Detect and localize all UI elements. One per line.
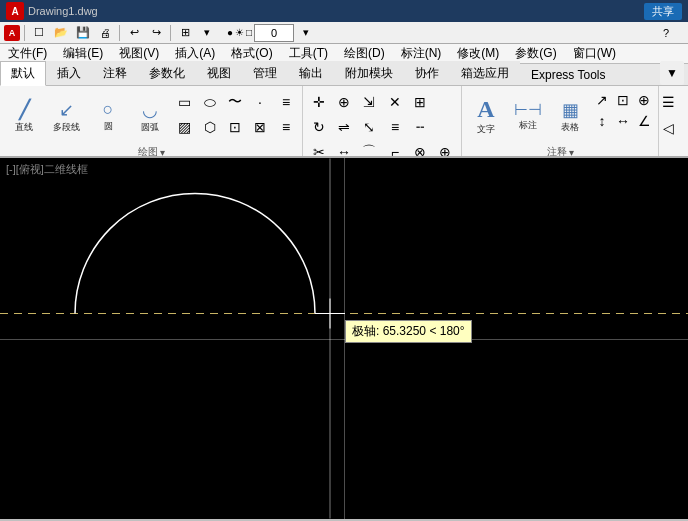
tab-addons[interactable]: 附加模块 — [334, 61, 404, 85]
text-button[interactable]: A 文字 — [466, 88, 506, 144]
offset-button[interactable]: ≡ — [383, 115, 407, 139]
array-button[interactable]: ⊞ — [408, 90, 432, 114]
erase-button[interactable]: ✕ — [383, 90, 407, 114]
dim3-button[interactable]: ↔ — [613, 111, 633, 131]
leader-button[interactable]: ↗ — [592, 90, 612, 110]
tab-view[interactable]: 视图 — [196, 61, 242, 85]
rectangle-button[interactable]: ▭ — [172, 90, 196, 114]
center-button[interactable]: ⊕ — [634, 90, 654, 110]
help-button[interactable]: ? — [656, 24, 676, 42]
dimension-label: 标注 — [519, 119, 537, 132]
tab-manage[interactable]: 管理 — [242, 61, 288, 85]
dim4-button[interactable]: ∠ — [634, 111, 654, 131]
break-button[interactable]: ╌ — [408, 115, 432, 139]
draw-group-label: 绘图 ▾ — [138, 144, 165, 158]
separator3 — [170, 25, 171, 41]
save-button[interactable]: 💾 — [73, 24, 93, 42]
region-button[interactable]: ⊡ — [223, 115, 247, 139]
title-right: 共享 — [644, 3, 682, 20]
ribbon-collapse-button[interactable]: ▼ — [660, 61, 684, 85]
dimension-icon: ⊢⊣ — [514, 100, 542, 119]
tab-insert[interactable]: 插入 — [46, 61, 92, 85]
rotate-button[interactable]: ↻ — [307, 115, 331, 139]
main-area: [-][俯视]二维线框 极轴: 65.3250 < 180° — [0, 158, 688, 519]
mirror-button[interactable]: ⇌ — [332, 115, 356, 139]
copy-button[interactable]: ⊕ — [332, 90, 356, 114]
dim2-button[interactable]: ↕ — [592, 111, 612, 131]
draw-more1[interactable]: ≡ — [274, 90, 298, 114]
open-button[interactable]: 📂 — [51, 24, 71, 42]
modify-grid2: ✂ ↔ ⌒ — [307, 140, 381, 158]
dimension-button[interactable]: ⊢⊣ 标注 — [508, 88, 548, 144]
ellipse-button[interactable]: ⬭ — [198, 90, 222, 114]
extend-button[interactable]: ↔ — [332, 140, 356, 158]
tolerance-button[interactable]: ⊡ — [613, 90, 633, 110]
layer-properties-button[interactable]: ☰ — [656, 90, 680, 114]
modify-group-content: ✛ ⊕ ⇲ ↻ ⇌ ⤡ ✂ ↔ ⌒ ✕ ⊞ ≡ ╌ — [307, 88, 457, 158]
table-label: 表格 — [561, 121, 579, 134]
polyline-icon: ↙ — [59, 99, 74, 121]
toolbar-options[interactable]: ▾ — [197, 24, 217, 42]
text-label: 文字 — [477, 123, 495, 136]
tab-featured[interactable]: 箱选应用 — [450, 61, 520, 85]
circle-button[interactable]: ○ 圆 — [88, 88, 128, 144]
explode-button[interactable]: ⊗ — [408, 140, 432, 158]
polygon-button[interactable]: ⬡ — [198, 115, 222, 139]
trim-button[interactable]: ✂ — [307, 140, 331, 158]
stretch-button[interactable]: ⇲ — [357, 90, 381, 114]
workspace-button[interactable]: ⊞ — [175, 24, 195, 42]
polyline-label: 多段线 — [53, 121, 80, 134]
fillet-button[interactable]: ⌒ — [357, 140, 381, 158]
modify-group: ✛ ⊕ ⇲ ↻ ⇌ ⤡ ✂ ↔ ⌒ ✕ ⊞ ≡ ╌ — [303, 86, 462, 156]
line-icon: ╱ — [19, 99, 30, 121]
undo-button[interactable]: ↩ — [124, 24, 144, 42]
app-icon[interactable]: A — [4, 25, 20, 41]
tab-collaborate[interactable]: 协作 — [404, 61, 450, 85]
new-button[interactable]: ☐ — [29, 24, 49, 42]
spline-button[interactable]: 〜 — [223, 90, 247, 114]
move-button[interactable]: ✛ — [307, 90, 331, 114]
arc-label: 圆弧 — [141, 121, 159, 134]
point-button[interactable]: · — [248, 90, 272, 114]
tab-output[interactable]: 输出 — [288, 61, 334, 85]
annotation-dropdown-icon[interactable]: ▾ — [569, 147, 574, 158]
tab-default[interactable]: 默认 — [0, 61, 46, 86]
join-button[interactable]: ⊕ — [433, 140, 457, 158]
table-button[interactable]: ▦ 表格 — [550, 88, 590, 144]
draw-more2[interactable]: ≡ — [274, 115, 298, 139]
wipeout-button[interactable]: ⊠ — [248, 115, 272, 139]
square-icon: □ — [246, 27, 252, 38]
scale-button[interactable]: ⤡ — [357, 115, 381, 139]
redo-button[interactable]: ↪ — [146, 24, 166, 42]
layer-prev-button[interactable]: ◁ — [656, 116, 680, 140]
polyline-button[interactable]: ↙ 多段线 — [46, 88, 86, 144]
circle-label: 圆 — [104, 120, 113, 133]
layer-manager-button[interactable]: ≡ — [682, 90, 688, 114]
layer-isolate-button[interactable]: ⊘ — [682, 116, 688, 140]
modify-col1: ✛ ⊕ ⇲ ↻ ⇌ ⤡ ✂ ↔ ⌒ — [307, 90, 381, 158]
layer-dropdown-btn[interactable]: ▾ — [296, 24, 316, 42]
layer-number-input[interactable] — [254, 24, 294, 42]
arc-button[interactable]: ◡ 圆弧 — [130, 88, 170, 144]
modify-col2: ✕ ⊞ ≡ ╌ ⌐ ⊗ ⊕ — [383, 90, 457, 158]
drawing-canvas[interactable] — [0, 158, 688, 519]
tab-express-tools[interactable]: Express Tools — [520, 64, 616, 85]
print-button[interactable]: 🖨 — [95, 24, 115, 42]
chamfer-button[interactable]: ⌐ — [383, 140, 407, 158]
ribbon-tabs: 默认 插入 注释 参数化 视图 管理 输出 附加模块 协作 箱选应用 Expre… — [0, 64, 688, 86]
hatch-button[interactable]: ▨ — [172, 115, 196, 139]
tab-parameters[interactable]: 参数化 — [138, 61, 196, 85]
annotation-group-content: A 文字 ⊢⊣ 标注 ▦ 表格 ↗ ⊡ ⊕ ↕ ↔ ∠ — [466, 88, 654, 144]
separator2 — [119, 25, 120, 41]
layer-group-content: ☰ ≡ 💡 ☀ 🔒 □ ▾ ◁ ⊘ ❄ 🔑 ⇒ — [656, 88, 688, 140]
draw-dropdown-icon[interactable]: ▾ — [160, 147, 165, 158]
canvas-area[interactable]: [-][俯视]二维线框 极轴: 65.3250 < 180° — [0, 158, 688, 519]
circle-draw-icon: ○ — [103, 99, 114, 120]
menu-window[interactable]: 窗口(W) — [565, 43, 624, 64]
line-button[interactable]: ╱ 直线 — [4, 88, 44, 144]
title-text: Drawing1.dwg — [28, 5, 98, 17]
share-button[interactable]: 共享 — [644, 3, 682, 20]
autocad-logo: A — [6, 2, 24, 20]
tab-annotation[interactable]: 注释 — [92, 61, 138, 85]
title-bar: A Drawing1.dwg 共享 — [0, 0, 688, 22]
